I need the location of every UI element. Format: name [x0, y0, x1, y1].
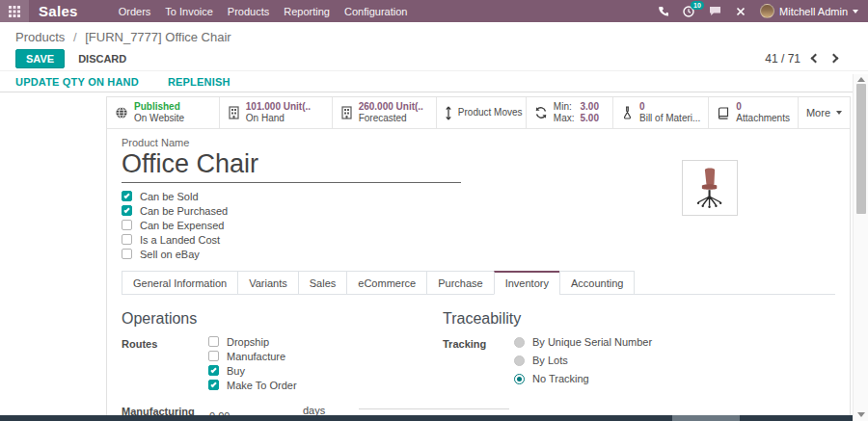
product-name-input[interactable]: Office Chair [122, 149, 461, 183]
checkbox-is-landed-cost[interactable]: Is a Landed Cost [122, 234, 835, 245]
route-manufacture[interactable]: Manufacture [208, 351, 297, 361]
checkbox-icon [208, 380, 219, 390]
scroll-down-arrow[interactable] [857, 412, 865, 417]
radio-icon [514, 355, 525, 366]
x-mark-icon [736, 7, 746, 16]
vertical-scrollbar-thumb[interactable] [856, 84, 866, 214]
more-label: More [806, 107, 830, 118]
radio-no-tracking[interactable]: No Tracking [514, 373, 652, 384]
tab-ecommerce[interactable]: eCommerce [346, 271, 427, 295]
checkbox-sell-on-ebay[interactable]: Sell on eBay [122, 249, 835, 259]
route-label: Make To Order [227, 380, 297, 391]
radio-by-unique-serial-number[interactable]: By Unique Serial Number [514, 336, 652, 348]
pager-previous-button[interactable] [811, 54, 821, 64]
discard-button[interactable]: DISCARD [78, 53, 126, 65]
building-icon [228, 106, 240, 119]
forecasted-qty: 260.000 Unit(.. [359, 101, 423, 112]
scroll-up-arrow[interactable] [857, 77, 865, 82]
horizontal-scrollbar-thumb[interactable] [672, 415, 740, 421]
pager-next-button[interactable] [829, 54, 839, 64]
stat-button-forecasted[interactable]: 260.000 Unit(.. Forecasted [333, 97, 437, 128]
stat-button-attachments[interactable]: 0 Attachments [709, 97, 799, 128]
messages-button[interactable] [709, 6, 721, 16]
checkbox-icon [122, 191, 132, 201]
tracking-options: By Unique Serial Number By Lots No Track… [514, 336, 652, 391]
route-label: Buy [227, 365, 245, 377]
checkbox-icon [122, 234, 132, 245]
horizontal-scrollbar[interactable] [0, 415, 853, 421]
product-image[interactable] [682, 160, 738, 216]
stat-button-reordering-rules[interactable]: Min: 3.00 Max: 5.00 [527, 97, 613, 128]
building-icon [340, 106, 353, 119]
user-avatar [760, 4, 774, 18]
checkbox-label: Can be Purchased [140, 205, 228, 217]
breadcrumb-current: [FURN_7777] Office Chair [85, 30, 231, 44]
tab-accounting[interactable]: Accounting [559, 271, 635, 295]
tab-purchase[interactable]: Purchase [426, 271, 494, 295]
breadcrumb-products-link[interactable]: Products [15, 30, 65, 44]
apps-menu-button[interactable] [0, 0, 29, 22]
menu-products[interactable]: Products [228, 6, 269, 17]
record-pager: 41 / 71 [765, 52, 837, 66]
globe-icon [115, 106, 128, 119]
on-hand-label: On Hand [246, 113, 285, 123]
menu-configuration[interactable]: Configuration [344, 6, 407, 17]
product-form-sheet: Published On Website 101.000 Unit(.. On … [106, 96, 851, 415]
checkbox-icon [208, 351, 219, 361]
checkbox-icon [122, 249, 132, 259]
product-moves-label: Product Moves [458, 107, 523, 119]
menu-reporting[interactable]: Reporting [284, 6, 330, 17]
checkbox-label: Is a Landed Cost [140, 234, 220, 246]
radio-icon [514, 337, 525, 348]
more-dropdown-button[interactable]: More [799, 97, 850, 128]
route-label: Dropship [227, 336, 269, 348]
route-dropship[interactable]: Dropship [208, 336, 297, 347]
checkbox-can-be-expensed[interactable]: Can be Expensed [122, 220, 835, 230]
on-website-label: On Website [134, 113, 184, 123]
update-qty-on-hand-button[interactable]: UPDATE QTY ON HAND [15, 76, 139, 88]
flask-icon [621, 106, 634, 119]
menu-to-invoice[interactable]: To Invoice [165, 6, 213, 17]
attachments-count: 0 [736, 101, 742, 112]
routes-options: Dropship Manufacture Buy [208, 336, 297, 394]
inventory-tab-content: Operations Routes Dropship Manufacture [122, 295, 835, 421]
route-buy[interactable]: Buy [208, 365, 297, 376]
activities-button[interactable]: 10 [683, 6, 694, 17]
attachments-label: Attachments [736, 113, 790, 123]
product-name-label: Product Name [122, 137, 835, 148]
chevron-down-icon [836, 111, 842, 115]
apps-grid-icon [9, 6, 20, 17]
tab-general-information[interactable]: General Information [122, 271, 238, 295]
radio-label: No Tracking [532, 373, 589, 384]
sheet-body: Product Name Office Chair Can be Sold Ca… [107, 129, 850, 421]
stat-button-website[interactable]: Published On Website [107, 97, 220, 128]
operations-title: Operations [122, 310, 443, 328]
stat-button-on-hand[interactable]: 101.000 Unit(.. On Hand [220, 97, 333, 128]
stat-button-bill-of-materials[interactable]: 0 Bill of Materi... [613, 97, 709, 128]
on-hand-qty: 101.000 Unit(.. [246, 101, 311, 112]
radio-label: By Lots [532, 355, 568, 366]
app-title[interactable]: Sales [39, 3, 78, 19]
breadcrumb: Products / [FURN_7777] Office Chair [0, 22, 853, 46]
route-make-to-order[interactable]: Make To Order [208, 380, 297, 390]
tab-sales[interactable]: Sales [298, 271, 348, 295]
save-button[interactable]: SAVE [15, 49, 65, 68]
voip-phone-button[interactable] [658, 6, 668, 16]
top-navbar: Sales Orders To Invoice Products Reporti… [0, 0, 868, 22]
menu-orders[interactable]: Orders [119, 6, 151, 17]
max-value: 5.00 [581, 113, 599, 125]
route-label: Manufacture [227, 351, 285, 362]
book-icon [717, 107, 730, 119]
published-status: Published [134, 101, 180, 112]
tab-inventory[interactable]: Inventory [494, 271, 560, 295]
checkbox-icon [208, 336, 219, 347]
radio-by-lots[interactable]: By Lots [514, 355, 652, 366]
replenish-button[interactable]: REPLENISH [168, 76, 231, 88]
stat-button-product-moves[interactable]: Product Moves [437, 97, 527, 128]
tab-variants[interactable]: Variants [237, 271, 299, 295]
phone-icon [658, 6, 668, 16]
tools-close-button[interactable] [736, 7, 746, 16]
user-menu[interactable]: Mitchell Admin [760, 4, 858, 18]
vertical-scrollbar[interactable] [853, 74, 868, 421]
checkbox-icon [122, 220, 132, 230]
